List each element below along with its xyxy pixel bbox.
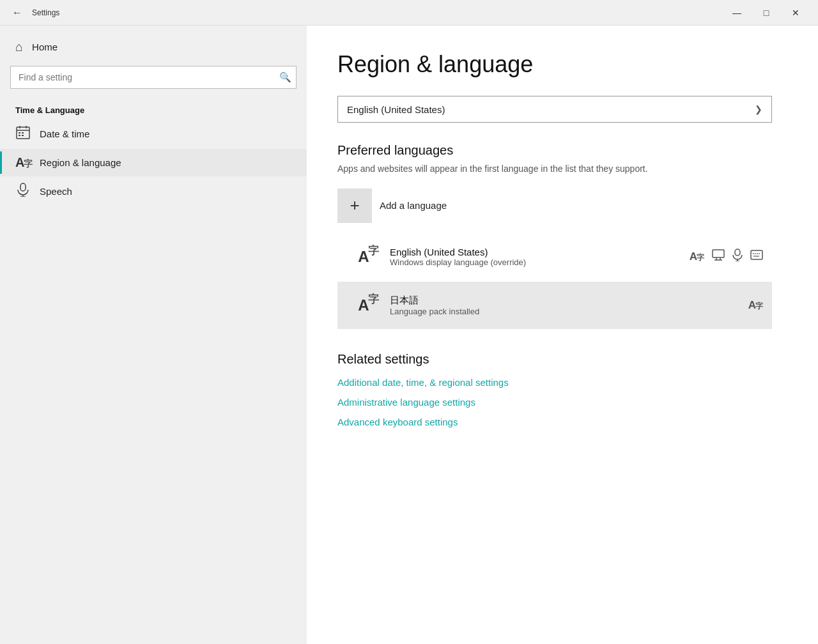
sidebar-item-home[interactable]: ⌂ Home — [0, 33, 307, 61]
preferred-languages-desc: Apps and websites will appear in the fir… — [337, 163, 772, 176]
japanese-lang-name: 日本語 — [390, 295, 739, 307]
sidebar: ⌂ Home 🔍 Time & Language Da — [0, 26, 307, 644]
sidebar-item-region-language[interactable]: A字 Region & language — [0, 149, 307, 176]
svg-rect-8 — [20, 183, 26, 191]
window-controls: — □ ✕ — [722, 0, 810, 26]
language-item-japanese[interactable]: A字 日本語 Language pack installed A字 — [337, 282, 772, 329]
dropdown-chevron-icon: ❯ — [755, 104, 762, 114]
maximize-button[interactable]: □ — [752, 0, 781, 26]
sidebar-item-date-time-label: Date & time — [40, 128, 89, 139]
english-lang-feature-icons: A字 — [690, 249, 763, 264]
add-language-plus-icon: + — [337, 188, 372, 223]
lang-speech-icon — [732, 249, 743, 264]
add-language-label: Add a language — [380, 200, 447, 211]
related-link-keyboard[interactable]: Advanced keyboard settings — [337, 417, 787, 427]
sidebar-item-date-time[interactable]: Date & time — [0, 119, 307, 149]
titlebar: ← Settings — □ ✕ — [0, 0, 818, 26]
titlebar-title: Settings — [32, 8, 59, 17]
japanese-lang-feature-icons: A字 — [748, 299, 763, 312]
english-lang-icon: A字 — [346, 240, 381, 274]
minimize-button[interactable]: — — [722, 0, 752, 26]
related-settings-title: Related settings — [337, 352, 787, 367]
svg-rect-4 — [19, 132, 20, 134]
country-dropdown-value: English (United States) — [347, 104, 445, 115]
svg-rect-5 — [22, 132, 24, 134]
japanese-lang-text-icon: A字 — [748, 299, 763, 312]
sidebar-section-label: Time & Language — [0, 99, 307, 119]
add-language-button[interactable]: + Add a language — [337, 188, 787, 223]
page-title: Region & language — [337, 51, 787, 78]
lang-display-icon — [712, 249, 725, 264]
sidebar-item-speech-label: Speech — [40, 186, 72, 197]
japanese-lang-info: 日本語 Language pack installed — [390, 295, 739, 316]
lang-text-icon: A字 — [690, 250, 704, 263]
english-lang-name: English (United States) — [390, 247, 681, 257]
english-lang-status: Windows display language (override) — [390, 257, 681, 267]
sidebar-home-label: Home — [32, 42, 58, 52]
preferred-languages-title: Preferred languages — [337, 143, 787, 158]
svg-rect-7 — [22, 135, 24, 136]
back-button[interactable]: ← — [8, 3, 27, 22]
country-dropdown[interactable]: English (United States) ❯ — [337, 96, 772, 123]
japanese-lang-icon: A字 — [346, 288, 381, 323]
svg-rect-18 — [751, 250, 762, 259]
related-link-admin-language[interactable]: Administrative language settings — [337, 397, 787, 408]
close-button[interactable]: ✕ — [781, 0, 810, 26]
svg-rect-6 — [19, 135, 20, 136]
speech-icon — [15, 183, 31, 200]
english-lang-info: English (United States) Windows display … — [390, 247, 681, 267]
sidebar-item-speech[interactable]: Speech — [0, 176, 307, 206]
content-panel: Region & language English (United States… — [307, 26, 818, 644]
main-layout: ⌂ Home 🔍 Time & Language Da — [0, 26, 818, 644]
search-input[interactable] — [10, 66, 297, 89]
japanese-lang-status: Language pack installed — [390, 307, 739, 316]
sidebar-item-region-language-label: Region & language — [40, 157, 121, 168]
language-item-english[interactable]: A字 English (United States) Windows displ… — [337, 233, 772, 280]
lang-keyboard-icon — [750, 250, 763, 263]
region-language-icon: A字 — [15, 155, 31, 170]
related-link-date-time[interactable]: Additional date, time, & regional settin… — [337, 377, 787, 388]
svg-rect-15 — [735, 249, 740, 256]
svg-rect-11 — [713, 250, 724, 257]
date-time-icon — [15, 125, 31, 142]
home-icon: ⌂ — [15, 40, 23, 54]
search-box: 🔍 — [10, 66, 297, 89]
